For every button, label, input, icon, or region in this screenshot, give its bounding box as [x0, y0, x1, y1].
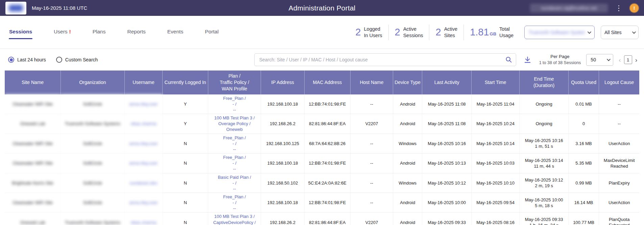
search-icon[interactable]: [505, 56, 512, 64]
tab-sessions[interactable]: Sessions: [9, 25, 32, 39]
cell-plan[interactable]: Free_Plan / - / --: [208, 193, 261, 213]
cell-host: V2207: [350, 114, 393, 134]
nav-stats-bar: Sessions Users! Plans Reports Events Por…: [0, 16, 644, 49]
cell-ip: 192.168.100.125: [261, 134, 304, 153]
cell-plan[interactable]: 100 MB Test Plan 3 / Overage Policy / On…: [208, 114, 261, 134]
stat-active-sessions-label: Active Sessions: [403, 26, 423, 39]
column-header-username[interactable]: Username: [124, 71, 163, 94]
cell-host: --: [350, 134, 393, 153]
current-page[interactable]: 1: [624, 55, 632, 64]
sessions-table: Site NameOrganizationUsernameCurrently L…: [5, 71, 639, 225]
column-header-logout-cause[interactable]: Logout Cause: [599, 71, 639, 94]
app-logo[interactable]: [5, 2, 26, 15]
cell-org: SoftCircle: [61, 153, 124, 173]
cell-device: Android: [393, 213, 422, 225]
radio-custom-search[interactable]: Custom Search: [56, 57, 98, 63]
column-header-plan[interactable]: Plan / Traffic Policy / WAN Profile: [208, 71, 261, 94]
prev-page-button[interactable]: ‹: [619, 57, 621, 63]
cell-logged-in: Y: [163, 94, 208, 114]
column-header-end-time[interactable]: End Time (Duration): [520, 71, 568, 94]
search-input-wrapper: [254, 53, 516, 66]
cell-plan[interactable]: Free_Plan / - / --: [208, 94, 261, 114]
cell-site: Oneweb Lab: [5, 213, 61, 225]
cell-last-activity: May-16-2025 10:13: [422, 153, 471, 173]
column-header-start-time[interactable]: Start Time: [471, 71, 519, 94]
tab-events-label: Events: [167, 29, 183, 34]
pagination: ‹ 1 ›: [619, 55, 637, 64]
cell-device: Android: [393, 94, 422, 114]
download-sessions-button[interactable]: [522, 54, 534, 66]
tab-portal[interactable]: Portal: [205, 25, 219, 39]
cell-plan[interactable]: 100 MB Test Plan 3 / CaptiveDevicePolicy…: [208, 213, 261, 225]
radio-selected-icon: [8, 57, 14, 63]
cell-mac: 82:81:86:44:8F:EA: [304, 114, 350, 134]
cell-mac: 82:81:86:44:8F:EA: [304, 213, 350, 225]
tab-plans[interactable]: Plans: [92, 25, 106, 39]
cell-last-activity: May-16-2025 09:33: [422, 213, 471, 225]
cell-start-time: May-16-2025 09:54: [471, 193, 519, 213]
tab-events[interactable]: Events: [167, 25, 184, 39]
cell-host: --: [350, 173, 393, 193]
cell-logged-in: N: [163, 173, 208, 193]
tab-reports[interactable]: Reports: [127, 25, 146, 39]
column-header-ip-address[interactable]: IP Address: [261, 71, 304, 94]
cell-username[interactable]: vikas.sharma: [124, 213, 163, 225]
search-input[interactable]: [254, 53, 516, 66]
column-header-last-activity[interactable]: Last Activity: [422, 71, 471, 94]
cell-username[interactable]: vikas.sharma: [124, 114, 163, 134]
all-sites-dropdown[interactable]: All Sites: [601, 26, 639, 39]
cell-start-time: May-16-2025 11:04: [471, 94, 519, 114]
cell-plan[interactable]: Basic Paid Plan / - / --: [208, 173, 261, 193]
cell-end-time: May-16-2025 10:00 5 m, 18 s: [520, 193, 568, 213]
cell-ip: 192.168.100.18: [261, 193, 304, 213]
cell-org: Truenorth Software Systems: [61, 114, 124, 134]
column-header-mac-address[interactable]: MAC Address: [304, 71, 350, 94]
session-row: Brightvale Norris SiteSoftCirclesundaram…: [5, 173, 639, 193]
stat-logged-in-users: 2 Logged In Users: [355, 26, 382, 39]
cell-plan[interactable]: Free_Plan / - / --: [208, 153, 261, 173]
cell-host: --: [350, 94, 393, 114]
tab-portal-label: Portal: [205, 29, 219, 34]
cell-logout-cause: --: [599, 114, 639, 134]
cell-username[interactable]: anna.riley.user: [124, 134, 163, 153]
radio-last-24-hours[interactable]: Last 24 hours: [8, 57, 46, 63]
stat-total-usage-value: 1.81: [470, 27, 489, 37]
cell-site: Brightvale Norris Site: [5, 173, 61, 193]
page-size-dropdown[interactable]: 50: [586, 54, 613, 66]
cell-org: SoftCircle: [61, 193, 124, 213]
cell-plan[interactable]: Free_Plan / - / --: [208, 134, 261, 153]
column-header-site-name[interactable]: Site Name: [5, 71, 61, 94]
cell-device: Android: [393, 153, 422, 173]
cell-username[interactable]: anna.riley.user: [124, 94, 163, 114]
tab-plans-label: Plans: [93, 29, 106, 34]
tab-users[interactable]: Users!: [53, 25, 71, 39]
cell-org: SoftCircle: [61, 134, 124, 153]
radio-custom-search-label: Custom Search: [65, 57, 98, 62]
cell-username[interactable]: anna.riley.user: [124, 153, 163, 173]
cell-quota: 0: [568, 114, 599, 134]
column-header-organization[interactable]: Organization: [61, 71, 124, 94]
alert-badge-icon[interactable]: !: [630, 4, 639, 12]
cell-username[interactable]: anna.riley.user: [124, 193, 163, 213]
session-row: Clearwater WiFi SiteSoftCircleanna.riley…: [5, 134, 639, 153]
organization-dropdown[interactable]: Truenorth Software Systems: [524, 26, 595, 39]
column-header-currently-logged-in[interactable]: Currently Logged In: [163, 71, 208, 94]
kebab-menu-icon[interactable]: ⋮: [615, 4, 623, 11]
cell-quota: 100.77 MB: [568, 213, 599, 225]
cell-logout-cause: UserAction: [599, 193, 639, 213]
next-page-button[interactable]: ›: [635, 57, 637, 63]
cell-username[interactable]: sundaram.dev: [124, 173, 163, 193]
column-header-host-name[interactable]: Host Name: [350, 71, 393, 94]
cell-start-time: May-16-2025 10:14: [471, 134, 519, 153]
cell-start-time: May-16-2025 08:16: [471, 213, 519, 225]
column-header-quota-used[interactable]: Quota Used: [568, 71, 599, 94]
cell-host: V2207: [350, 213, 393, 225]
cell-ip: 192.168.50.102: [261, 173, 304, 193]
cell-device: Android: [393, 114, 422, 134]
user-email[interactable]: sundaram.raj@trueline.net: [530, 4, 608, 12]
cell-end-time: Ongoing: [520, 114, 568, 134]
cell-end-time: May-16-2025 09:33 1 h, 16 m, 24 s: [520, 213, 568, 225]
sessions-table-wrapper: Site NameOrganizationUsernameCurrently L…: [0, 71, 644, 225]
column-header-device-type[interactable]: Device Type: [393, 71, 422, 94]
stat-logged-in-users-label: Logged In Users: [364, 26, 382, 39]
